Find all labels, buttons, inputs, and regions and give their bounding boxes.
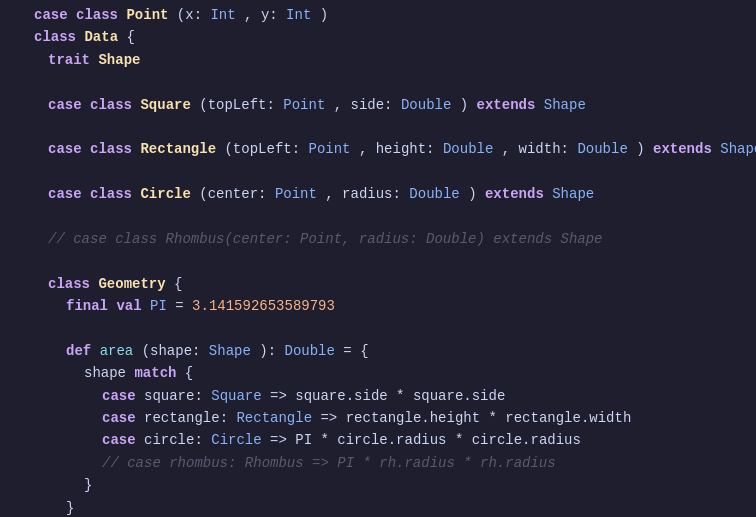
line-content: // case class Rhombus(center: Point, rad…: [30, 228, 756, 250]
code-line: }: [0, 474, 756, 496]
line-content: case class Circle (center: Point , radiu…: [30, 183, 756, 205]
line-content: }: [30, 474, 756, 496]
line-content: case square: Square => square.side * squ…: [30, 385, 756, 407]
line-content: case class Rectangle (topLeft: Point , h…: [30, 138, 756, 160]
line-content: [30, 317, 756, 339]
code-editor: case class Point (x: Int , y: Int ) clas…: [0, 0, 756, 517]
code-line: case class Circle (center: Point , radiu…: [0, 183, 756, 205]
line-content: // case rhombus: Rhombus => PI * rh.radi…: [30, 452, 756, 474]
code-line: [0, 250, 756, 272]
line-content: }: [30, 497, 756, 517]
line-content: [30, 250, 756, 272]
line-content: case class Square (topLeft: Point , side…: [30, 94, 756, 116]
line-content: [30, 206, 756, 228]
line-content: case class Point (x: Int , y: Int ): [30, 4, 756, 26]
line-content: [30, 116, 756, 138]
code-line: case circle: Circle => PI * circle.radiu…: [0, 429, 756, 451]
code-line: case class Rectangle (topLeft: Point , h…: [0, 138, 756, 160]
code-line: [0, 161, 756, 183]
code-line: [0, 71, 756, 93]
line-content: trait Shape: [30, 49, 756, 71]
code-line: shape match {: [0, 362, 756, 384]
line-content: def area (shape: Shape ): Double = {: [30, 340, 756, 362]
line-content: case circle: Circle => PI * circle.radiu…: [30, 429, 756, 451]
code-line: case class Square (topLeft: Point , side…: [0, 94, 756, 116]
line-content: [30, 71, 756, 93]
code-line: final val PI = 3.141592653589793: [0, 295, 756, 317]
line-content: class Geometry {: [30, 273, 756, 295]
line-content: case rectangle: Rectangle => rectangle.h…: [30, 407, 756, 429]
code-line: def area (shape: Shape ): Double = {: [0, 340, 756, 362]
code-line: trait Shape: [0, 49, 756, 71]
code-line: class Geometry {: [0, 273, 756, 295]
code-line: [0, 116, 756, 138]
code-line: case class Point (x: Int , y: Int ): [0, 4, 756, 26]
line-content: shape match {: [30, 362, 756, 384]
code-line: // case class Rhombus(center: Point, rad…: [0, 228, 756, 250]
code-line: }: [0, 497, 756, 517]
code-line: class Data {: [0, 26, 756, 48]
code-line: case square: Square => square.side * squ…: [0, 385, 756, 407]
code-line: // case rhombus: Rhombus => PI * rh.radi…: [0, 452, 756, 474]
line-content: final val PI = 3.141592653589793: [30, 295, 756, 317]
line-content: class Data {: [30, 26, 756, 48]
code-line: [0, 206, 756, 228]
line-content: [30, 161, 756, 183]
code-line: case rectangle: Rectangle => rectangle.h…: [0, 407, 756, 429]
code-line: [0, 317, 756, 339]
